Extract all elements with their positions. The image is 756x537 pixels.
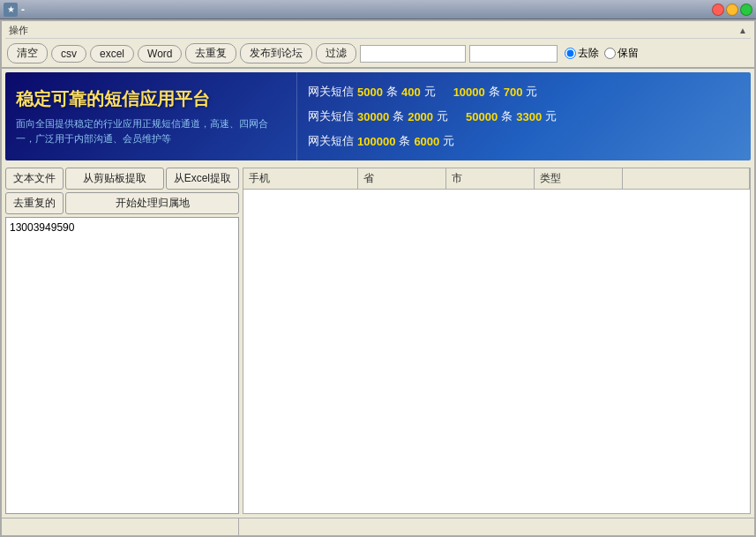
col-province: 省 — [358, 168, 446, 189]
maximize-button[interactable] — [740, 4, 752, 16]
banner-left: 稳定可靠的短信应用平台 面向全国提供稳定的行业应用正规短信通道，高速、四网合一，… — [5, 72, 296, 160]
banner-item-1: 网关短信 5000 条 400 元 — [308, 84, 436, 100]
banner-row-2: 网关短信 30000 条 2000 元 50000 条 3300 元 — [308, 108, 740, 124]
publish-button[interactable]: 发布到论坛 — [240, 43, 312, 63]
banner-row-3: 网关短信 100000 条 6000 元 — [308, 133, 740, 149]
table-header: 手机 省 市 类型 — [243, 168, 750, 190]
banner-right: 网关短信 5000 条 400 元 10000 条 700 元 网关短信 300… — [296, 72, 751, 160]
text-file-button[interactable]: 文本文件 — [5, 168, 64, 190]
col-city: 市 — [446, 168, 535, 189]
minimize-button[interactable] — [726, 4, 738, 16]
title-bar: ★ - — [0, 0, 756, 19]
status-left — [5, 518, 239, 535]
from-excel-button[interactable]: 从Excel提取 — [166, 168, 239, 190]
title-bar-controls — [712, 4, 752, 16]
main-window: 操作 ▲ 清空 csv excel Word 去重复 发布到论坛 过滤 去除 保… — [0, 19, 756, 537]
radio-remove[interactable] — [565, 48, 576, 59]
window-icon: ★ — [4, 3, 18, 17]
radio-keep[interactable] — [604, 48, 616, 59]
toolbar-label: 操作 ▲ — [5, 23, 751, 39]
title-bar-left: ★ - — [4, 3, 25, 17]
filter-input-1[interactable] — [360, 45, 466, 63]
left-panel: 文本文件 从剪贴板提取 从Excel提取 去重复的 开始处理归属地 130039… — [5, 168, 239, 514]
filter-radio-group: 去除 保留 — [565, 46, 639, 61]
table-body — [243, 190, 750, 513]
radio-remove-item[interactable]: 去除 — [565, 46, 599, 61]
clear-button[interactable]: 清空 — [7, 43, 48, 63]
right-panel: 手机 省 市 类型 — [243, 168, 751, 514]
lower-section: 文本文件 从剪贴板提取 从Excel提取 去重复的 开始处理归属地 130039… — [2, 164, 754, 518]
banner-item-3: 网关短信 30000 条 2000 元 — [308, 108, 448, 124]
toolbar-section: 操作 ▲ 清空 csv excel Word 去重复 发布到论坛 过滤 去除 保… — [2, 21, 754, 69]
status-bar — [2, 518, 754, 535]
left-btns-row-1: 文本文件 从剪贴板提取 从Excel提取 — [5, 168, 239, 190]
filter-button[interactable]: 过滤 — [316, 43, 356, 63]
banner-item-4: 50000 条 3300 元 — [466, 108, 557, 124]
col-extra — [623, 168, 750, 189]
toolbar-section-title: 操作 — [9, 24, 28, 37]
close-button[interactable] — [712, 4, 724, 16]
radio-remove-label: 去除 — [578, 46, 599, 61]
col-type: 类型 — [535, 168, 623, 189]
banner: 稳定可靠的短信应用平台 面向全国提供稳定的行业应用正规短信通道，高速、四网合一，… — [5, 72, 751, 160]
collapse-icon[interactable]: ▲ — [738, 26, 747, 35]
banner-row-1: 网关短信 5000 条 400 元 10000 条 700 元 — [308, 84, 740, 100]
excel-button[interactable]: excel — [90, 45, 134, 63]
col-phone: 手机 — [243, 168, 358, 189]
left-btns-row-2: 去重复的 开始处理归属地 — [5, 192, 239, 214]
csv-button[interactable]: csv — [51, 45, 86, 63]
banner-item-2: 10000 条 700 元 — [453, 84, 538, 100]
banner-title: 稳定可靠的短信应用平台 — [16, 87, 286, 111]
dedup-left-button[interactable]: 去重复的 — [5, 192, 64, 214]
dedup-button[interactable]: 去重复 — [185, 43, 236, 63]
word-button[interactable]: Word — [138, 45, 182, 63]
banner-desc: 面向全国提供稳定的行业应用正规短信通道，高速、四网合一，广泛用于内部沟通、会员维… — [16, 116, 286, 145]
phone-textarea-wrapper: 13003949590 — [5, 217, 239, 514]
from-clipboard-button[interactable]: 从剪贴板提取 — [65, 168, 164, 190]
process-button[interactable]: 开始处理归属地 — [65, 192, 239, 214]
filter-input-2[interactable] — [469, 45, 558, 63]
radio-keep-item[interactable]: 保留 — [604, 46, 639, 61]
banner-item-5: 网关短信 100000 条 6000 元 — [308, 133, 454, 149]
toolbar-buttons: 清空 csv excel Word 去重复 发布到论坛 过滤 去除 保留 — [5, 41, 751, 65]
title-text: - — [21, 4, 25, 16]
phone-textarea[interactable]: 13003949590 — [6, 218, 238, 513]
radio-keep-label: 保留 — [618, 46, 639, 61]
